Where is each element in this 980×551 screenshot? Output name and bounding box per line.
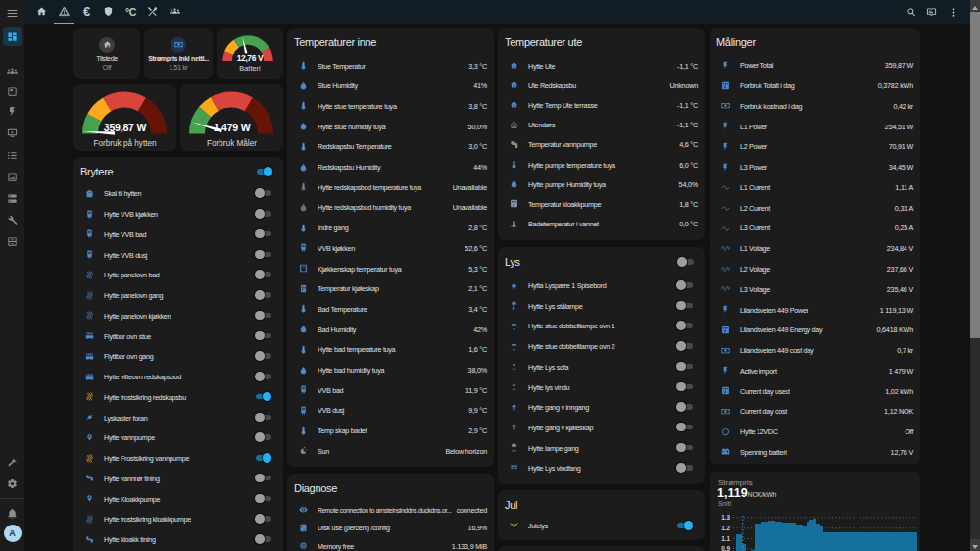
svg-text:1.3: 1.3	[721, 514, 730, 521]
svg-text:1.2: 1.2	[721, 525, 730, 531]
svg-text:1.1: 1.1	[721, 534, 730, 541]
svg-text:0.9: 0.9	[721, 544, 730, 551]
